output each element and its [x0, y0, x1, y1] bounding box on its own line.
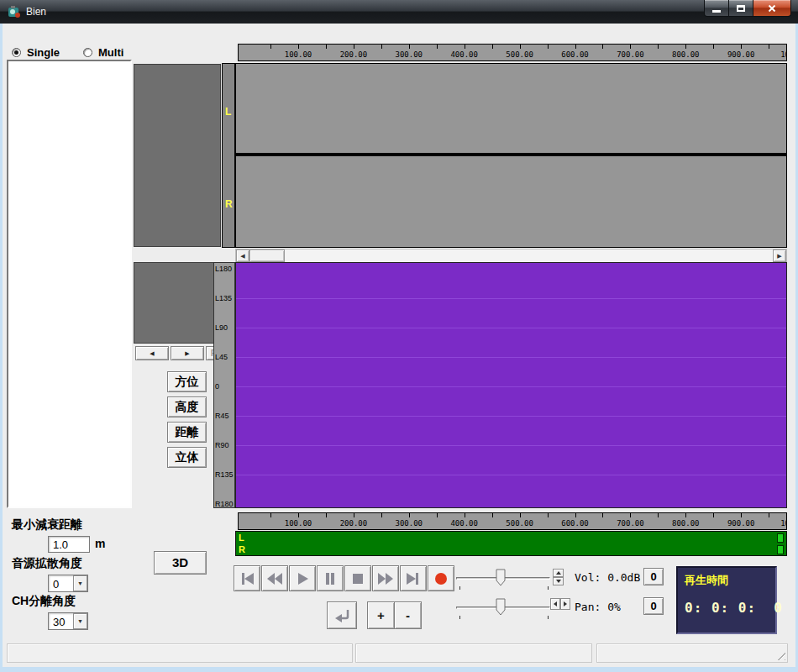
ruler-label: 700.00	[610, 519, 650, 528]
radio-single[interactable]: Single	[12, 44, 60, 60]
volume-down-button[interactable]	[553, 577, 564, 585]
angle-label-r45: R45	[215, 412, 229, 420]
distance-button[interactable]: 距離	[167, 422, 207, 443]
ruler-label: 300.00	[389, 519, 429, 528]
meter-left-peak	[777, 533, 784, 543]
ruler-label: 700.00	[610, 50, 650, 59]
pause-button[interactable]	[317, 565, 344, 591]
playback-time-panel: 再生時間 0: 0: 0: 0	[676, 566, 777, 634]
dropdown-arrow-icon[interactable]: ▼	[73, 613, 87, 629]
channel-mode-radios: SingleMulti	[12, 44, 123, 60]
scroll-right-button[interactable]: ▶	[773, 249, 786, 262]
scroll-left-button[interactable]: ◀	[236, 249, 249, 262]
angle-gridline	[236, 416, 786, 417]
time-ruler-top: 100.00200.00300.00400.00500.00600.00700.…	[238, 44, 787, 61]
record-button[interactable]	[428, 565, 454, 591]
close-icon	[767, 3, 777, 13]
ruler-tick	[326, 513, 327, 517]
volume-reset-button[interactable]: 0	[643, 568, 664, 585]
spread-angle-select[interactable]: 0 ▼	[48, 575, 88, 592]
ruler-tick	[326, 45, 327, 49]
zoom-out-button[interactable]: -	[394, 601, 422, 629]
ruler-tick	[769, 45, 769, 49]
waveform-scrollbar[interactable]: ◀ ▶	[235, 249, 787, 263]
rewind-button[interactable]	[261, 565, 288, 591]
overview-next-button[interactable]: ▶	[171, 346, 204, 360]
ruler-label: 900.00	[721, 50, 761, 59]
three-d-button[interactable]: 3D	[154, 551, 207, 575]
ruler-tick	[575, 513, 576, 517]
slider-tick	[548, 616, 549, 619]
angle-gridline	[236, 328, 786, 328]
loop-button[interactable]	[327, 601, 357, 629]
dropdown-arrow-icon[interactable]: ▼	[73, 575, 87, 591]
ruler-tick	[769, 513, 769, 517]
play-button[interactable]	[289, 565, 316, 591]
time-ruler-bottom: 100.00200.00300.00400.00500.00600.00700.…	[238, 512, 787, 530]
maximize-button[interactable]	[729, 0, 753, 17]
scrollbar-thumb[interactable]	[249, 249, 285, 262]
pan-left-button[interactable]	[550, 598, 560, 610]
stop-icon	[349, 570, 366, 587]
resize-grip[interactable]	[774, 649, 785, 660]
ruler-tick	[409, 45, 410, 49]
file-listbox[interactable]	[7, 60, 132, 508]
overview-prev-button[interactable]: ◀	[135, 346, 169, 360]
azimuth-button[interactable]: 方位	[167, 371, 207, 392]
min-attenuation-label: 最小減衰距離	[12, 517, 82, 533]
maximize-icon	[737, 5, 745, 12]
ruler-tick	[381, 513, 382, 517]
ruler-tick	[548, 513, 549, 517]
slider-tick	[459, 586, 460, 590]
record-icon	[433, 570, 449, 587]
titlebar[interactable]: Bien	[0, 0, 798, 24]
ruler-tick	[602, 513, 603, 517]
ruler-label: 500.00	[500, 50, 540, 59]
stop-button[interactable]	[344, 565, 371, 591]
angle-label-r180: R180	[215, 500, 234, 508]
angle-label-l45: L45	[215, 353, 228, 361]
ruler-tick	[492, 513, 493, 517]
ruler-tick	[630, 45, 631, 49]
ch-separation-select[interactable]: 30 ▼	[48, 612, 88, 630]
skip-end-icon	[405, 570, 422, 587]
pan-slider-thumb[interactable]	[496, 598, 506, 617]
waveform-overview-panel	[134, 64, 221, 247]
automation-display[interactable]	[235, 262, 787, 508]
min-attenuation-input[interactable]	[48, 536, 90, 553]
app-window: Bien 文件编辑播放録音波形模板帮助 SingleMulti 100.0020…	[0, 0, 798, 672]
volume-up-button[interactable]	[553, 569, 564, 577]
ruler-tick	[465, 513, 465, 517]
spinner-up-icon	[556, 571, 561, 575]
min-attenuation-unit: m	[95, 537, 105, 550]
zoom-in-button[interactable]: +	[367, 601, 395, 629]
ruler-tick	[741, 45, 742, 49]
minimize-button[interactable]	[704, 0, 729, 17]
window-controls	[704, 0, 791, 17]
height-button[interactable]: 高度	[167, 396, 207, 417]
ruler-label: 900.00	[721, 519, 761, 528]
stereo-button[interactable]: 立体	[167, 447, 207, 468]
meter-left-label: L	[239, 532, 244, 543]
volume-spinner	[553, 569, 564, 585]
left-channel-label: L	[225, 106, 231, 118]
ruler-label: 800.00	[665, 519, 706, 528]
skip-end-button[interactable]	[400, 565, 427, 591]
volume-slider-thumb[interactable]	[496, 569, 506, 587]
level-meter: L R	[235, 531, 787, 556]
ruler-label: 500.00	[500, 519, 540, 528]
close-button[interactable]	[753, 0, 791, 17]
fast-forward-button[interactable]	[372, 565, 399, 591]
pan-reset-button[interactable]: 0	[643, 597, 664, 615]
ruler-label: 1000.00	[776, 519, 787, 528]
angle-gridline	[236, 475, 786, 475]
skip-start-button[interactable]	[234, 565, 260, 591]
pause-icon	[322, 570, 339, 587]
waveform-display[interactable]	[235, 63, 787, 248]
angle-gridline	[236, 386, 786, 387]
pan-right-button[interactable]	[560, 598, 570, 610]
angle-label-l180: L180	[215, 265, 232, 273]
rewind-icon	[266, 570, 283, 587]
meter-right-label: R	[239, 543, 245, 555]
radio-multi[interactable]: Multi	[83, 44, 123, 60]
